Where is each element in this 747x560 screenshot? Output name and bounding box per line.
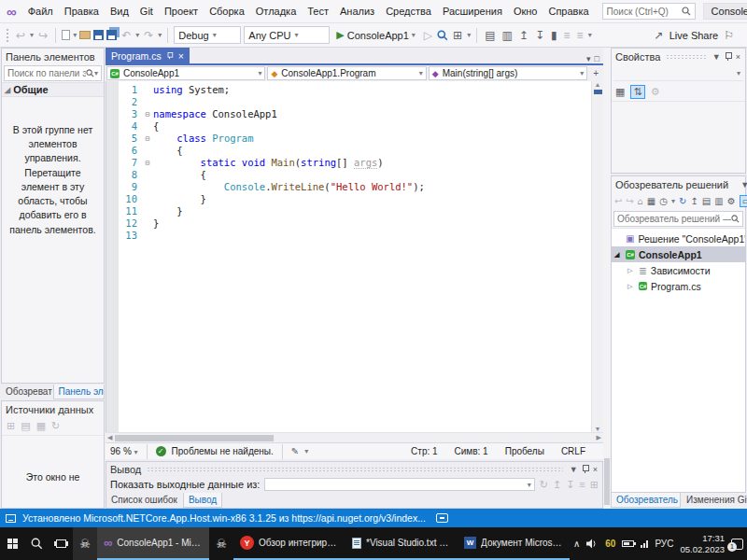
chevron-down-icon[interactable]: ▾ — [467, 31, 471, 39]
code-editor[interactable]: 1using System;23⊟namespace ConsoleApp14{… — [106, 81, 603, 432]
pending-changes-filter-icon[interactable]: ◷ — [659, 196, 668, 206]
solution-platform-dropdown[interactable]: Any CPU▾ — [244, 26, 330, 44]
collapse-icon[interactable]: ▷ — [627, 283, 635, 290]
wrench-icon[interactable]: ⚙ — [727, 196, 736, 206]
tab-output[interactable]: Вывод — [183, 493, 222, 508]
redo-dropdown-icon[interactable]: ▾ — [158, 31, 162, 39]
project-name-badge[interactable]: ConsoleApp1 — [703, 3, 747, 20]
pin-icon[interactable] — [582, 465, 589, 474]
properties-object-dropdown[interactable]: ▾ — [613, 66, 743, 81]
save-all-icon[interactable] — [106, 30, 117, 40]
scrollbar-thumb[interactable] — [115, 435, 274, 441]
close-icon[interactable]: × — [592, 465, 599, 474]
show-all-files-icon[interactable]: ▭ — [740, 195, 747, 207]
navigate-back-dropdown-icon[interactable]: ▾ — [30, 31, 34, 39]
menu-project[interactable]: Проект — [159, 3, 204, 20]
menu-tools[interactable]: Средства — [380, 3, 437, 20]
tab-git-changes[interactable]: Изменения Git — п... — [682, 493, 747, 508]
project-dropdown[interactable]: C# ConsoleApp1 ▾ — [106, 66, 265, 80]
horizontal-scrollbar[interactable]: ◀ ▶ — [106, 432, 603, 442]
volume-icon[interactable] — [586, 539, 599, 549]
menu-build[interactable]: Сборка — [204, 3, 250, 20]
tab-solution-explorer[interactable]: Обозреватель реше... — [611, 493, 681, 508]
save-icon[interactable] — [93, 30, 104, 40]
window-position-icon[interactable]: ▼ — [569, 465, 579, 474]
output-title-bar[interactable]: Вывод ▼ × — [106, 462, 602, 477]
find-in-files-icon[interactable] — [437, 30, 448, 41]
start-debugging-button[interactable]: ▶ ConsoleApp1 ▾ — [332, 29, 419, 41]
type-dropdown[interactable]: ◆ ConsoleApp1.Program ▾ — [267, 66, 426, 80]
window-position-icon[interactable]: ▼ — [712, 52, 722, 62]
active-files-dropdown-icon[interactable]: ▾ — [586, 54, 591, 63]
tree-row-solution[interactable]: ▣ Решение "ConsoleApp1" (проекты: 1 из 1… — [612, 231, 745, 246]
taskbar-task-visual-studio[interactable]: ∞ ConsoleApp1 - Mic... — [97, 527, 209, 560]
member-dropdown[interactable]: ◆ Main(string[] args) ▾ — [429, 66, 587, 80]
menu-window[interactable]: Окно — [508, 3, 543, 20]
spaces-indicator[interactable]: Пробелы — [505, 446, 544, 456]
menu-view[interactable]: Вид — [105, 3, 134, 20]
navigate-forward-icon[interactable]: ↪ — [36, 30, 49, 41]
breakpoint-margin[interactable] — [106, 81, 119, 432]
menu-edit[interactable]: Правка — [59, 3, 105, 20]
close-icon[interactable]: × — [735, 52, 741, 62]
find-message-icon[interactable]: ↻ — [540, 479, 548, 491]
taskbar-task-word[interactable]: W Документ Microso... — [458, 527, 570, 560]
taskbar-search-button[interactable] — [24, 527, 49, 560]
quick-search-box[interactable] — [602, 3, 696, 20]
status-message[interactable]: Установлено Microsoft.NETCore.App.Host.w… — [22, 512, 426, 524]
start-button[interactable] — [0, 527, 24, 560]
problems-status[interactable]: Проблемы не найдены. — [172, 446, 274, 456]
navigate-back-icon[interactable]: ↩ — [14, 30, 27, 41]
scroll-right-icon[interactable]: ▶ — [597, 434, 601, 441]
add-data-source-icon[interactable]: ⊞ — [7, 420, 15, 432]
data-sources-title-bar[interactable]: Источники данных ▼ × — [2, 401, 104, 417]
new-file-dropdown-icon[interactable]: ▾ — [73, 31, 77, 39]
scroll-down-icon[interactable]: ▼ — [595, 426, 601, 432]
solution-configuration-dropdown[interactable]: Debug▾ — [174, 26, 241, 44]
tab-toolbox[interactable]: Панель эле... — [53, 385, 105, 399]
menu-file[interactable]: Файл — [22, 3, 59, 20]
menu-extensions[interactable]: Расширения — [437, 3, 508, 20]
back-icon[interactable]: ↩ — [614, 196, 622, 206]
indent-icon[interactable]: ↥ — [517, 30, 530, 41]
tab-error-list[interactable]: Список ошибок — [106, 493, 182, 508]
menu-debug[interactable]: Отладка — [250, 3, 302, 20]
scroll-up-icon[interactable]: ▲ — [595, 81, 601, 88]
taskbar-app-skull-2[interactable]: ☠ — [209, 527, 233, 560]
redo-icon[interactable]: ↷ — [142, 30, 155, 41]
tab-program-cs[interactable]: Program.cs × — [106, 48, 190, 63]
categorized-icon[interactable]: ▦ — [615, 86, 625, 98]
home-icon[interactable]: ⌂ — [638, 196, 643, 206]
solution-search-box[interactable] — [613, 211, 743, 227]
scroll-left-icon[interactable]: ◀ — [107, 434, 112, 441]
tree-row-dependencies[interactable]: ▷ ≣ Зависимости — [612, 262, 745, 278]
open-file-icon[interactable] — [79, 31, 91, 39]
tree-row-project[interactable]: ◢ C# ConsoleApp1 — [612, 246, 745, 262]
tray-expand-icon[interactable]: ∧ — [573, 539, 580, 549]
code-cleanup-icon[interactable]: ✎ — [291, 446, 299, 456]
refresh-icon[interactable]: ↻ — [51, 420, 60, 432]
window-position-icon[interactable]: ▼ — [740, 180, 747, 189]
word-wrap-icon[interactable]: ⊞ — [590, 479, 599, 491]
undo-dropdown-icon[interactable]: ▾ — [135, 31, 139, 39]
action-center-icon[interactable]: 1 — [731, 539, 743, 550]
collapse-icon[interactable]: ▷ — [627, 267, 635, 274]
bookmark-prev-icon[interactable]: ≡ — [562, 30, 572, 41]
toolbox-title-bar[interactable]: Панель элементов ▼ × — [2, 49, 104, 64]
bookmark-next-icon[interactable]: ≡ — [575, 30, 585, 41]
menu-analyze[interactable]: Анализ — [334, 3, 380, 20]
property-pages-icon[interactable]: ⚙ — [651, 86, 660, 98]
bookmark-icon[interactable]: ▮ — [549, 30, 559, 41]
zoom-level-dropdown[interactable]: 96 % ▾ — [110, 446, 138, 456]
clock[interactable]: 17:31 05.02.2023 — [680, 533, 725, 555]
toolbox-search-box[interactable]: ▾ — [4, 65, 102, 81]
forward-icon[interactable]: ↪ — [626, 196, 633, 206]
chevron-down-icon[interactable]: ▾ — [94, 69, 98, 77]
switch-views-icon[interactable]: ▦ — [647, 196, 655, 206]
tree-row-program-cs[interactable]: ▷ C# Program.cs — [612, 278, 745, 294]
uncomment-icon[interactable]: ▥ — [500, 30, 514, 41]
preview-selected-icon[interactable]: ▥ — [714, 196, 723, 206]
alphabetical-icon[interactable]: ⇅ — [630, 85, 644, 99]
expand-icon[interactable]: ◢ — [614, 251, 622, 259]
comment-out-icon[interactable]: ▤ — [483, 30, 497, 41]
